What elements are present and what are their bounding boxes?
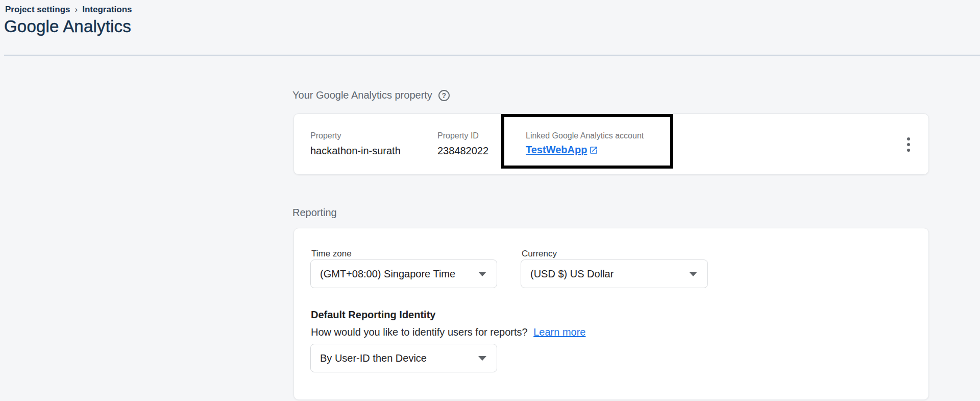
- linked-analytics-account-link[interactable]: TestWebApp: [526, 144, 598, 156]
- reporting-section-header: Reporting: [292, 207, 337, 219]
- reporting-identity-description: How would you like to identify users for…: [311, 326, 585, 338]
- currency-select[interactable]: (USD $) US Dollar: [521, 260, 708, 288]
- property-label: Property: [310, 131, 401, 140]
- reporting-identity-select[interactable]: By User-ID then Device: [310, 344, 497, 372]
- property-id-label: Property ID: [437, 131, 488, 140]
- breadcrumb-project-settings[interactable]: Project settings: [5, 5, 70, 15]
- breadcrumb: Project settings › Integrations: [5, 5, 132, 15]
- time-zone-value: (GMT+08:00) Singapore Time: [320, 268, 455, 280]
- currency-label: Currency: [522, 249, 557, 259]
- linked-account-label: Linked Google Analytics account: [526, 131, 644, 140]
- linked-account-field: Linked Google Analytics account TestWebA…: [526, 131, 644, 156]
- kebab-dot: [907, 143, 910, 146]
- chevron-down-icon: [478, 272, 486, 276]
- property-id-field: Property ID 238482022: [437, 131, 488, 157]
- chevron-down-icon: [689, 272, 697, 276]
- header-divider: [4, 55, 980, 56]
- property-value: hackathon-in-surath: [310, 145, 401, 157]
- property-field: Property hackathon-in-surath: [310, 131, 401, 157]
- help-icon[interactable]: ?: [438, 90, 450, 101]
- learn-more-link[interactable]: Learn more: [533, 326, 585, 338]
- reporting-identity-question: How would you like to identify users for…: [311, 326, 528, 338]
- property-card: Property hackathon-in-surath Property ID…: [293, 113, 929, 175]
- overflow-menu-button[interactable]: [904, 134, 913, 155]
- property-section-header: Your Google Analytics property ?: [292, 89, 450, 101]
- chevron-down-icon: [478, 356, 486, 361]
- time-zone-select[interactable]: (GMT+08:00) Singapore Time: [310, 260, 497, 288]
- time-zone-label: Time zone: [311, 249, 352, 259]
- open-in-new-icon: [589, 146, 598, 155]
- property-section-title: Your Google Analytics property: [292, 89, 432, 101]
- breadcrumb-integrations[interactable]: Integrations: [82, 5, 132, 15]
- reporting-card: Time zone (GMT+08:00) Singapore Time Cur…: [293, 228, 929, 400]
- breadcrumb-chevron-icon: ›: [75, 5, 78, 15]
- kebab-dot: [907, 137, 910, 140]
- kebab-dot: [907, 149, 910, 152]
- property-id-value: 238482022: [437, 145, 488, 157]
- reporting-identity-value: By User-ID then Device: [320, 352, 427, 364]
- linked-account-name: TestWebApp: [526, 144, 587, 156]
- page-title: Google Analytics: [4, 17, 131, 36]
- currency-value: (USD $) US Dollar: [530, 268, 614, 280]
- default-reporting-identity-heading: Default Reporting Identity: [311, 309, 435, 321]
